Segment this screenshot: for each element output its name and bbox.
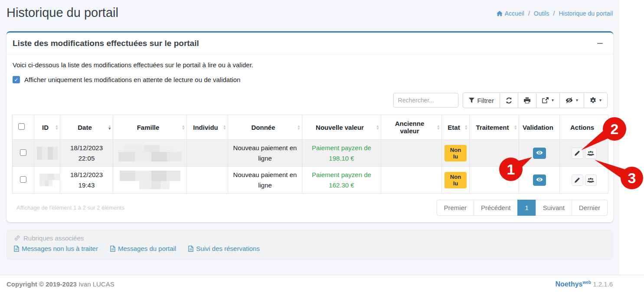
file-icon: [110, 246, 115, 252]
sort-icon: ▴▾: [108, 125, 111, 130]
nouvelle-valeur-cell: Paiement payzen de 198.10 €: [302, 140, 381, 167]
sort-icon: ▴▾: [297, 125, 300, 130]
brand-name: Noethys: [555, 280, 582, 288]
collapse-button[interactable]: [595, 39, 605, 48]
famille-cell-redacted: [113, 140, 187, 167]
file-icon: [14, 246, 19, 252]
traitement-cell: [470, 167, 519, 194]
column-header-id[interactable]: ID▴▾: [34, 115, 60, 140]
link-messages-non-lus[interactable]: Messages non lus à traiter: [14, 245, 98, 252]
breadcrumb: Accueil / Outils / Historique du portail: [497, 10, 613, 17]
refresh-button[interactable]: [500, 92, 518, 108]
gear-icon: [590, 97, 596, 104]
export-button[interactable]: ▾: [536, 92, 560, 108]
panel-body: Voici ci-dessous la liste des modificati…: [7, 54, 613, 222]
users-icon: [587, 151, 594, 156]
print-button[interactable]: [518, 92, 536, 108]
breadcrumb-outils-link[interactable]: Outils: [534, 10, 549, 17]
select-all-checkbox[interactable]: [18, 123, 25, 130]
link-suivi-reservations[interactable]: Suivi des réservations: [188, 245, 260, 252]
pagination-page-1[interactable]: 1: [517, 200, 536, 216]
settings-button[interactable]: ▾: [584, 92, 608, 108]
individu-cell: [187, 140, 228, 167]
breadcrumb-current[interactable]: Historique du portail: [559, 10, 613, 17]
search-input[interactable]: [393, 93, 458, 108]
edit-button[interactable]: [572, 148, 583, 159]
validation-cell: [519, 167, 560, 194]
filter-checkbox-label: Afficher uniquement les modifications en…: [24, 76, 240, 83]
eye-icon: [536, 178, 543, 182]
column-header-donnee[interactable]: Donnée▴▾: [228, 115, 302, 140]
status-badge: Non lu: [445, 172, 467, 188]
minus-icon: [597, 43, 603, 44]
actions-cell: [560, 167, 608, 194]
table-footer: Affichage de l'élément 1 à 2 sur 2 éléme…: [12, 200, 608, 216]
donnee-cell: Nouveau paiement en ligne: [228, 167, 302, 194]
home-icon: [497, 11, 503, 16]
link-messages-portail[interactable]: Messages du portail: [110, 245, 176, 252]
date-cell: 18/12/202322:05: [60, 140, 113, 167]
pagination-next[interactable]: Suivant: [536, 200, 572, 216]
column-header-ancienne-valeur[interactable]: Ancienne valeur▴▾: [381, 115, 442, 140]
sort-icon: ▴▾: [376, 125, 379, 130]
column-header-etat[interactable]: Etat▴▾: [442, 115, 470, 140]
row-checkbox[interactable]: [20, 149, 26, 156]
pencil-icon: [575, 178, 580, 183]
caret-down-icon: ▾: [552, 98, 554, 102]
select-all-header: [13, 115, 34, 140]
column-header-nouvelle-valeur[interactable]: Nouvelle valeur▴▾: [302, 115, 381, 140]
nouvelle-valeur-cell: Paiement payzen de 162.30 €: [302, 167, 381, 194]
caret-down-icon: ▾: [599, 98, 602, 102]
date-cell: 18/12/202319:43: [60, 167, 113, 194]
edit-button[interactable]: [572, 174, 583, 186]
eye-slash-icon: [566, 97, 573, 103]
caret-down-icon: ▾: [576, 98, 578, 102]
family-button[interactable]: [585, 148, 597, 159]
intro-text: Voici ci-dessous la liste des modificati…: [13, 61, 608, 69]
users-icon: [587, 178, 594, 183]
column-header-famille[interactable]: Famille▴▾: [113, 115, 187, 140]
breadcrumb-separator: /: [553, 10, 555, 17]
famille-cell-redacted: [113, 167, 187, 194]
ancienne-valeur-cell: [381, 167, 442, 194]
table-toolbar: Filtrer: [12, 92, 608, 108]
ancienne-valeur-cell: [381, 140, 442, 167]
individu-cell: [187, 167, 228, 194]
breadcrumb-separator: /: [528, 10, 530, 17]
id-cell-redacted: [34, 167, 60, 194]
sort-icon: ▴▾: [465, 125, 467, 130]
sort-icon: ▴▾: [182, 125, 184, 130]
column-header-actions: Actions: [560, 115, 608, 140]
pencil-icon: [575, 151, 580, 156]
related-topics-box: Rubriques associées Messages non lus à t…: [7, 230, 613, 260]
row-checkbox[interactable]: [20, 176, 26, 183]
filter-checkbox-row: ✓ Afficher uniquement les modifications …: [13, 76, 608, 83]
family-button[interactable]: [585, 174, 597, 186]
breadcrumb-home-link[interactable]: Accueil: [497, 10, 524, 17]
actions-cell: [560, 140, 608, 167]
sort-icon: ▴▾: [514, 125, 517, 130]
column-header-validation: Validation: [519, 115, 560, 140]
column-header-date[interactable]: Date▴▾: [60, 115, 113, 140]
toolbar-button-group: Filtrer: [463, 92, 608, 108]
file-icon: [188, 246, 193, 252]
filter-checkbox[interactable]: ✓: [13, 76, 20, 83]
validate-view-button[interactable]: [533, 174, 546, 186]
pagination-first[interactable]: Premier: [437, 200, 474, 216]
validate-view-button[interactable]: [533, 148, 546, 159]
column-header-individu[interactable]: Individu▴▾: [187, 115, 228, 140]
etat-cell: Non lu: [442, 140, 470, 167]
status-badge: Non lu: [445, 145, 467, 161]
pagination-last[interactable]: Dernier: [572, 200, 608, 216]
modifications-panel: Liste des modifications effectuées sur l…: [7, 31, 613, 222]
sort-icon: ▴▾: [437, 125, 439, 130]
columns-visibility-button[interactable]: ▾: [559, 92, 584, 108]
link-icon: [14, 235, 20, 241]
filter-button[interactable]: Filtrer: [463, 92, 500, 108]
table-info: Affichage de l'élément 1 à 2 sur 2 éléme…: [12, 204, 124, 211]
pagination-prev[interactable]: Précédent: [474, 200, 518, 216]
modifications-table: ID▴▾ Date▴▾ Famille▴▾ Individu▴▾ Donnée▴…: [12, 115, 608, 194]
column-header-traitement[interactable]: Traitement▴▾: [470, 115, 519, 140]
eye-icon: [536, 151, 543, 155]
panel-title: Liste des modifications effectuées sur l…: [13, 39, 199, 48]
